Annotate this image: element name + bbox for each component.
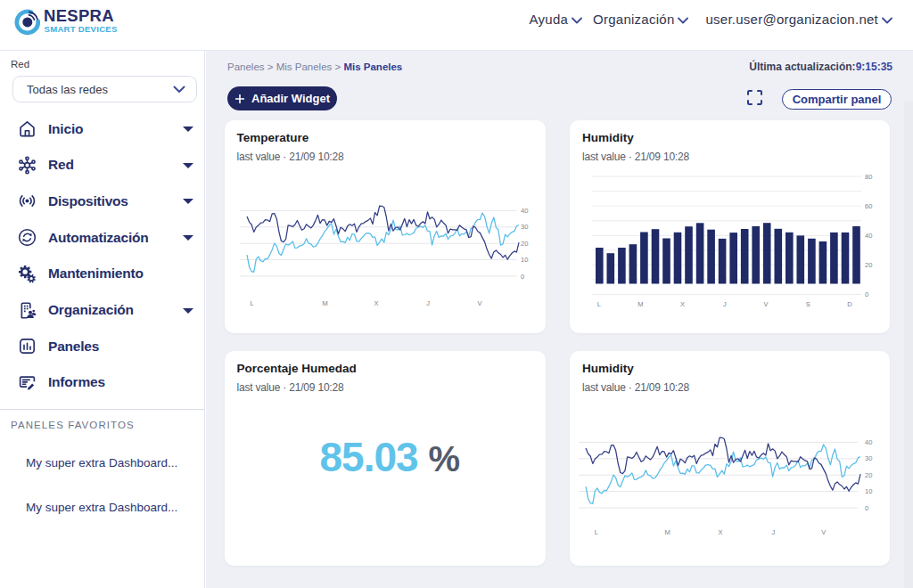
svg-text:L: L (250, 299, 253, 307)
svg-text:X: X (680, 300, 685, 308)
svg-text:L: L (595, 528, 598, 536)
svg-text:V: V (477, 299, 481, 307)
svg-text:J: J (426, 299, 430, 307)
svg-text:60: 60 (865, 202, 872, 210)
svg-text:V: V (821, 528, 826, 536)
svg-text:0: 0 (865, 504, 868, 512)
svg-text:40: 40 (865, 438, 872, 446)
svg-text:S: S (806, 300, 810, 308)
svg-text:M: M (665, 528, 670, 536)
svg-text:0: 0 (865, 290, 868, 298)
svg-text:SMART DEVICES: SMART DEVICES (45, 24, 118, 34)
svg-text:X: X (718, 528, 722, 536)
svg-text:J: J (723, 300, 727, 308)
svg-text:0: 0 (521, 273, 524, 281)
svg-text:10: 10 (521, 256, 528, 264)
svg-text:80: 80 (865, 173, 872, 181)
svg-text:10: 10 (865, 487, 872, 495)
svg-text:NESPRA: NESPRA (44, 6, 114, 25)
svg-text:40: 40 (865, 232, 872, 240)
svg-text:40: 40 (521, 207, 528, 215)
svg-text:J: J (772, 528, 776, 536)
svg-text:X: X (374, 299, 378, 307)
svg-text:20: 20 (521, 240, 528, 248)
svg-text:20: 20 (865, 261, 872, 269)
svg-text:D: D (847, 300, 852, 308)
svg-text:30: 30 (865, 454, 872, 462)
svg-text:L: L (597, 300, 601, 308)
svg-text:V: V (763, 300, 768, 308)
svg-text:M: M (637, 300, 643, 308)
svg-text:M: M (322, 299, 327, 307)
svg-text:20: 20 (865, 471, 872, 479)
svg-text:30: 30 (521, 223, 528, 231)
